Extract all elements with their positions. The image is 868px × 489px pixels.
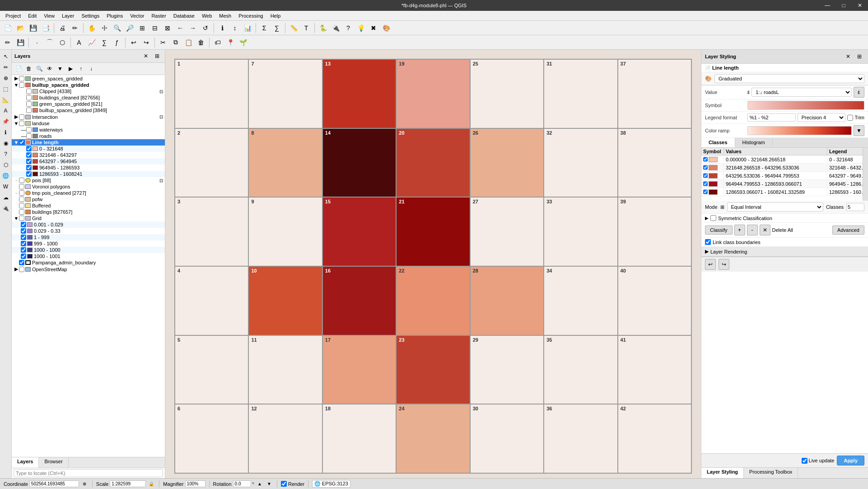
magnifier-input[interactable] xyxy=(185,480,205,487)
text-button[interactable]: T xyxy=(300,22,312,34)
map-area[interactable]: 1 7 13 19 25 31 37 2 8 14 20 xyxy=(165,50,701,478)
move-down-button[interactable]: ↓ xyxy=(86,64,96,74)
digitize-polygon-button[interactable]: ⬡ xyxy=(56,37,68,48)
layer-checkbox-builtup[interactable] xyxy=(19,82,24,88)
layer-ll-class2[interactable]: 643297 - 964945 xyxy=(12,158,165,165)
layer-checkbox-landuse[interactable] xyxy=(19,121,24,126)
menu-project[interactable]: Project xyxy=(2,12,24,19)
layer-checkbox-ll1[interactable] xyxy=(26,152,32,158)
cloud-tool[interactable]: ☁ xyxy=(1,193,11,202)
layer-checkbox-buffered[interactable] xyxy=(19,203,24,208)
identify-tool[interactable]: ℹ xyxy=(1,127,11,137)
select-tool[interactable]: ⬚ xyxy=(1,84,11,94)
layer-pampanga[interactable]: Pampanga_admin_boundary xyxy=(12,259,165,266)
help-button[interactable]: ? xyxy=(342,22,354,34)
value-expression-button[interactable]: ε xyxy=(854,87,864,98)
layer-checkbox-grid2[interactable] xyxy=(21,235,26,240)
globe-tool[interactable]: 🌐 xyxy=(1,171,11,181)
toggle-edit-button[interactable]: ✏ xyxy=(2,37,14,48)
delete-all-button[interactable]: ✕ xyxy=(760,225,770,235)
add-class-button[interactable]: + xyxy=(734,225,745,235)
layer-buffered[interactable]: Buffered xyxy=(12,202,165,209)
menu-edit[interactable]: Edit xyxy=(24,12,40,19)
layer-osm[interactable]: ▶ OpenStreetMap xyxy=(12,266,165,273)
tab-classes[interactable]: Classes xyxy=(701,138,735,147)
undo-button[interactable]: ↩ xyxy=(128,37,140,48)
class-check-4[interactable] xyxy=(703,189,708,195)
select-button[interactable]: ↕ xyxy=(229,22,241,34)
menu-database[interactable]: Database xyxy=(170,12,198,19)
color-ramp-preview[interactable] xyxy=(747,126,852,135)
layer-checkbox-grid1[interactable] xyxy=(21,228,26,234)
layer-grid-class3[interactable]: 999 - 1000 xyxy=(12,240,165,247)
menu-web[interactable]: Web xyxy=(198,12,215,19)
new-project-button[interactable]: 📄 xyxy=(2,22,14,34)
tab-layers[interactable]: Layers xyxy=(12,457,39,468)
statistics-button[interactable]: Σ xyxy=(258,22,270,34)
identify-button[interactable]: ℹ xyxy=(216,22,228,34)
layer-checkbox-intersection[interactable] xyxy=(19,114,24,120)
tab-layer-styling[interactable]: Layer Styling xyxy=(701,468,744,478)
legend-format-input[interactable] xyxy=(747,113,796,122)
layer-checkbox-pofw[interactable] xyxy=(19,197,24,202)
tab-browser[interactable]: Browser xyxy=(39,457,68,468)
right-panel-close-button[interactable]: ✕ xyxy=(843,52,853,61)
layer-grid-class4[interactable]: 1000 - 1000 xyxy=(12,247,165,253)
search-input[interactable] xyxy=(14,469,163,477)
layer-pois[interactable]: · pois [88] ⊡ xyxy=(12,177,165,183)
layer-waterways[interactable]: — waterways xyxy=(12,127,165,133)
layer-checkbox-builtup2[interactable] xyxy=(26,108,32,113)
link-class-checkbox[interactable] xyxy=(705,239,711,245)
remove-class-button[interactable]: - xyxy=(747,225,758,235)
render-checkbox[interactable] xyxy=(281,481,287,487)
pointer-tool[interactable]: ↖ xyxy=(1,52,11,61)
layer-checkbox-osm[interactable] xyxy=(19,267,24,272)
layers-close-button[interactable]: ✕ xyxy=(141,51,151,61)
menu-raster[interactable]: Raster xyxy=(148,12,169,19)
advanced-button[interactable]: Advanced xyxy=(832,226,864,235)
snap-tool[interactable]: ⊕ xyxy=(1,73,11,83)
layer-checkbox-grid5[interactable] xyxy=(21,254,26,259)
rotation-input[interactable] xyxy=(233,480,251,487)
collapse-all-button[interactable]: ▼ xyxy=(55,64,65,74)
zoom-full-button[interactable]: ⊞ xyxy=(136,22,148,34)
layer-pofw[interactable]: pofw xyxy=(12,196,165,202)
layer-ll-class4[interactable]: 1286593 - 1608241 xyxy=(12,171,165,177)
cut-button[interactable]: ✂ xyxy=(157,37,169,48)
undo-style-button[interactable]: ↩ xyxy=(705,259,716,270)
precision-select[interactable]: Precision 4 xyxy=(798,113,846,122)
source-tool[interactable]: ◉ xyxy=(1,138,11,148)
edit-button[interactable]: ✏ xyxy=(69,22,81,34)
layer-checkbox-grid4[interactable] xyxy=(21,247,26,253)
menu-help[interactable]: Help xyxy=(267,12,285,19)
add-layer-button[interactable]: 📄 xyxy=(14,64,23,74)
layer-checkbox-tmp-pois[interactable] xyxy=(19,190,24,196)
refresh-button[interactable]: ↺ xyxy=(200,22,211,34)
zoom-last-button[interactable]: ← xyxy=(174,22,186,34)
topology-tool[interactable]: ⬡ xyxy=(1,160,11,170)
grass-button[interactable]: 🌱 xyxy=(237,37,249,48)
open-attr-table-button[interactable]: 📊 xyxy=(242,22,253,34)
layer-ll-class0[interactable]: 0 - 321648 xyxy=(12,146,165,152)
tab-histogram[interactable]: Histogram xyxy=(735,138,773,147)
mode-select[interactable]: Equal Interval Quantile Natural Breaks S… xyxy=(727,202,823,212)
layer-checkbox-green[interactable] xyxy=(19,76,24,81)
coordinate-input[interactable] xyxy=(29,480,79,487)
menu-view[interactable]: View xyxy=(40,12,58,19)
toggle-visibility-button[interactable]: 👁 xyxy=(45,64,55,74)
layer-checkbox-ll2[interactable] xyxy=(26,159,32,164)
class-check-1[interactable] xyxy=(703,165,708,170)
layer-grid-class2[interactable]: 1 - 999 xyxy=(12,234,165,240)
rotation-up-button[interactable]: ▲ xyxy=(256,480,264,488)
layer-grid-class1[interactable]: 0.029 - 0.33 xyxy=(12,228,165,234)
layer-checkbox-grid3[interactable] xyxy=(21,241,26,246)
georef-button[interactable]: 📍 xyxy=(224,37,236,48)
scale-input[interactable] xyxy=(110,480,146,487)
trim-checkbox[interactable] xyxy=(847,115,853,121)
style-manager-button[interactable]: 🎨 xyxy=(380,22,392,34)
label-tool[interactable]: A xyxy=(1,106,11,116)
menu-vector[interactable]: Vector xyxy=(126,12,148,19)
digitize-line-button[interactable]: ⌒ xyxy=(44,37,56,48)
layer-checkbox-buildings-cleaned[interactable] xyxy=(26,95,32,100)
class-check-3[interactable] xyxy=(703,181,708,187)
